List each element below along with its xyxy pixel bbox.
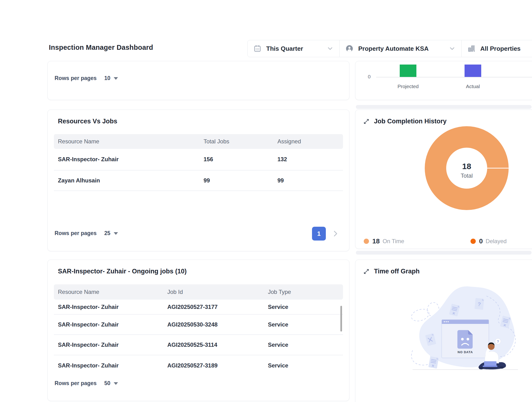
page-title: Inspection Manager Dashboard — [49, 43, 153, 51]
rows-per-page-value[interactable]: 50 — [104, 380, 110, 387]
legend-item-delayed: 0 Delayed — [470, 237, 507, 245]
bar-projected — [400, 65, 416, 77]
card-projection-chart: 0 Projected Actual — [355, 61, 532, 100]
filter-properties-label: All Properties — [480, 45, 520, 52]
job-id-cell: AGI20250527-3189 — [167, 362, 268, 369]
bar-category-label: Projected — [390, 84, 426, 89]
caret-down-icon — [114, 232, 118, 235]
chevron-right-icon[interactable] — [331, 229, 339, 238]
resource-name-cell: Zayan Alhusain — [54, 177, 203, 184]
bar-category-label: Actual — [455, 84, 491, 89]
svg-text:?: ? — [497, 339, 499, 343]
resource-name-cell: SAR-Inspector- Zuhair — [54, 321, 167, 328]
rows-per-page-value[interactable]: 10 — [104, 75, 110, 81]
table-header-row: Resource Name Total Jobs Assigned — [54, 134, 343, 149]
card-job-completion-history: Job Completion History 18 Total 18 On Ti… — [355, 110, 532, 249]
legend-value: 0 — [479, 237, 483, 245]
bar-actual — [465, 65, 481, 77]
rows-per-page-value[interactable]: 25 — [104, 230, 110, 236]
column-header: Job Id — [167, 289, 268, 295]
svg-text:?: ? — [477, 301, 481, 307]
horizontal-scrollbar[interactable] — [356, 251, 532, 255]
chevron-down-icon — [449, 45, 456, 52]
job-type-cell: Service — [268, 304, 343, 310]
rows-per-page-control[interactable]: Rows per pages 25 — [55, 229, 118, 237]
question-bubble: ? — [495, 338, 501, 344]
horizontal-scrollbar[interactable] — [356, 105, 532, 109]
job-type-cell: Service — [268, 362, 343, 369]
y-axis-tick: 0 — [365, 74, 371, 80]
card-title: SAR-Inspector- Zuhair - Ongoing jobs (10… — [58, 268, 187, 275]
card-ongoing-jobs: SAR-Inspector- Zuhair - Ongoing jobs (10… — [47, 260, 349, 401]
table-row: SAR-Inspector- Zuhair AGI20250530-3248 S… — [54, 315, 343, 334]
column-header: Total Jobs — [203, 138, 278, 145]
card-title: Resources Vs Jobs — [58, 118, 117, 125]
donut-total-label: Total — [443, 173, 491, 179]
rows-per-page-control[interactable]: Rows per pages 50 — [55, 379, 118, 387]
resource-name-cell: SAR-Inspector- Zuhair — [54, 304, 167, 310]
no-data-text: NO DATA — [458, 350, 473, 354]
rows-per-page-label: Rows per pages — [55, 75, 96, 81]
vertical-scrollbar-thumb[interactable] — [340, 306, 342, 332]
chevron-down-icon — [327, 45, 334, 52]
filter-account-dropdown[interactable]: Property Automate KSA — [339, 40, 462, 57]
caret-down-icon — [114, 77, 118, 80]
legend-label: Delayed — [486, 238, 507, 245]
caret-down-icon — [114, 382, 118, 385]
table-row: SAR-Inspector- Zuhair AGI20250525-3114 S… — [54, 335, 343, 355]
card-top-left-clipped: Rows per pages 10 — [47, 61, 349, 100]
expand-icon[interactable] — [363, 268, 369, 275]
job-type-cell: Service — [268, 321, 343, 328]
donut-center-text: 18 Total — [443, 162, 491, 179]
legend-dot — [364, 239, 369, 244]
rows-per-page-label: Rows per pages — [55, 380, 96, 387]
calendar-icon — [253, 44, 261, 53]
legend-value: 18 — [372, 237, 380, 245]
column-header: Job Type — [268, 289, 343, 295]
total-jobs-cell: 99 — [203, 177, 278, 184]
card-title: Time off Graph — [374, 268, 420, 275]
card-time-off-graph: Time off Graph ? — [355, 260, 532, 402]
filter-period-dropdown[interactable]: This Quarter — [248, 40, 339, 57]
user-avatar-icon — [345, 44, 354, 53]
total-jobs-cell: 156 — [203, 156, 278, 163]
sad-document-icon — [457, 330, 473, 349]
assigned-cell: 99 — [278, 177, 343, 184]
pagination-page-button[interactable]: 1 — [312, 227, 326, 241]
dashboard-screen: Inspection Manager Dashboard This Quarte… — [0, 0, 532, 402]
table-header-row: Resource Name Job Id Job Type — [54, 284, 343, 300]
resource-name-cell: SAR-Inspector- Zuhair — [54, 156, 203, 163]
job-type-cell: Service — [268, 341, 343, 348]
filter-bar: This Quarter Property Automate KSA All P… — [247, 40, 532, 57]
card-resources-vs-jobs: Resources Vs Jobs Resource Name Total Jo… — [47, 110, 349, 251]
column-header: Assigned — [278, 138, 343, 145]
legend-dot — [470, 239, 476, 244]
donut-total-value: 18 — [443, 162, 491, 171]
job-id-cell: AGI20250525-3114 — [167, 341, 268, 348]
expand-icon[interactable] — [363, 118, 369, 124]
column-header: Resource Name — [54, 138, 203, 145]
no-data-illustration: ? NO DATA — [405, 281, 532, 377]
table-row: Zayan Alhusain 99 99 — [54, 171, 343, 191]
table-row: SAR-Inspector- Zuhair AGI20250527-3177 S… — [54, 300, 343, 314]
filter-properties-dropdown[interactable]: All Properties — [462, 40, 532, 57]
resource-name-cell: SAR-Inspector- Zuhair — [54, 362, 167, 369]
legend-item-on-time: 18 On Time — [364, 237, 404, 245]
resource-name-cell: SAR-Inspector- Zuhair — [54, 341, 167, 348]
row-divider — [54, 191, 343, 191]
job-id-cell: AGI20250527-3177 — [167, 304, 268, 310]
rows-per-page-label: Rows per pages — [55, 230, 96, 236]
job-id-cell: AGI20250530-3248 — [167, 321, 268, 328]
assigned-cell: 132 — [278, 156, 343, 163]
filter-period-label: This Quarter — [266, 45, 303, 52]
x-axis-line — [376, 77, 532, 77]
table-row: SAR-Inspector- Zuhair 156 132 — [54, 148, 343, 170]
table-row: SAR-Inspector- Zuhair AGI20250527-3189 S… — [54, 355, 343, 376]
column-header: Resource Name — [54, 289, 167, 295]
legend-label: On Time — [383, 238, 404, 245]
building-icon — [467, 44, 475, 53]
rows-per-page-control[interactable]: Rows per pages 10 — [55, 74, 118, 82]
filter-account-label: Property Automate KSA — [358, 45, 429, 52]
